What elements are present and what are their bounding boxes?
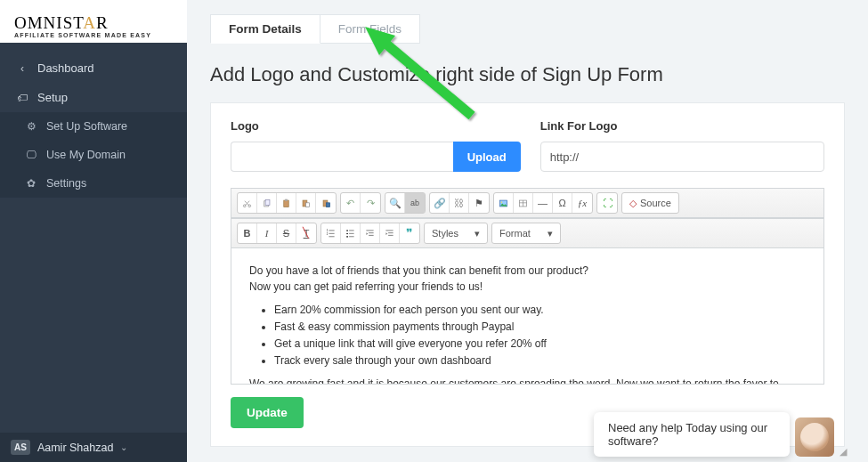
sidebar-item-label: Setup bbox=[37, 91, 68, 104]
svg-point-20 bbox=[346, 236, 348, 238]
paste-word-icon[interactable] bbox=[316, 193, 336, 213]
user-menu[interactable]: AS Aamir Shahzad ⌄ bbox=[0, 433, 187, 462]
svg-rect-21 bbox=[349, 230, 354, 231]
logo-link-input[interactable] bbox=[540, 142, 824, 172]
svg-rect-26 bbox=[369, 234, 374, 235]
cut-icon[interactable] bbox=[238, 193, 257, 213]
editor-line: Do you have a lot of friends that you th… bbox=[249, 263, 806, 279]
sidebar-item-label: Use My Domain bbox=[46, 149, 126, 161]
chat-widget[interactable]: Need any help Today using our software? … bbox=[594, 412, 850, 457]
editor-body[interactable]: Do you have a lot of friends that you th… bbox=[231, 248, 823, 384]
form-card: Logo Upload Link For Logo ↶↷ 🔍ab 🔗⛓⚑ —Ωƒ… bbox=[210, 102, 845, 447]
ol-icon[interactable]: 12 bbox=[321, 223, 341, 243]
svg-rect-24 bbox=[366, 230, 373, 231]
table-icon[interactable] bbox=[514, 193, 533, 213]
sidebar-item-setup-software[interactable]: ⚙ Set Up Software bbox=[0, 112, 187, 141]
editor-line: Now you can get paid referring your frie… bbox=[249, 279, 806, 295]
app-logo: OMNISTAR AFFILIATE SOFTWARE MADE EASY bbox=[0, 0, 187, 43]
sidebar-nav: ‹ Dashboard 🏷 Setup ⚙ Set Up Software 🖵 … bbox=[0, 43, 187, 433]
tabs: Form Details Form Fields bbox=[210, 14, 845, 44]
svg-rect-29 bbox=[388, 234, 393, 235]
main: Form Details Form Fields Add Logo and Cu… bbox=[187, 0, 868, 462]
anchor-icon[interactable]: ⚑ bbox=[469, 193, 489, 213]
svg-rect-25 bbox=[369, 232, 374, 233]
chat-avatar[interactable] bbox=[795, 417, 834, 457]
blockquote-icon[interactable]: ❞ bbox=[400, 223, 419, 243]
svg-rect-16 bbox=[329, 232, 334, 233]
link-label: Link For Logo bbox=[540, 119, 824, 133]
svg-rect-28 bbox=[388, 232, 393, 233]
editor-bullet: Track every sale through your own dashbo… bbox=[274, 353, 806, 369]
format-dropdown[interactable]: Format▾ bbox=[492, 223, 560, 243]
link-icon[interactable]: 🔗 bbox=[430, 193, 450, 213]
sidebar-item-dashboard[interactable]: ‹ Dashboard bbox=[0, 53, 187, 83]
sidebar-item-label: Settings bbox=[46, 177, 86, 190]
rich-text-editor: ↶↷ 🔍ab 🔗⛓⚑ —Ωƒx ⛶ ◇Source BIST╲ 12❞ Styl… bbox=[231, 188, 824, 385]
bold-icon[interactable]: B bbox=[238, 223, 257, 243]
sidebar-item-setup[interactable]: 🏷 Setup bbox=[0, 83, 187, 112]
gears-icon: ⚙ bbox=[25, 120, 37, 133]
paste-icon[interactable] bbox=[277, 193, 296, 213]
svg-rect-4 bbox=[284, 200, 289, 207]
find-icon[interactable]: 🔍 bbox=[385, 193, 405, 213]
unlink-icon[interactable]: ⛓ bbox=[450, 193, 469, 213]
source-button[interactable]: ◇Source bbox=[622, 193, 678, 213]
svg-text:2: 2 bbox=[327, 231, 329, 235]
special-char-icon[interactable]: Ω bbox=[553, 193, 572, 213]
strike-icon[interactable]: S bbox=[277, 223, 296, 243]
svg-rect-17 bbox=[329, 236, 334, 237]
logo-text-b: R bbox=[96, 13, 109, 32]
editor-toolbar-row-1: ↶↷ 🔍ab 🔗⛓⚑ —Ωƒx ⛶ ◇Source bbox=[231, 189, 823, 218]
svg-rect-22 bbox=[349, 232, 354, 233]
hr-icon[interactable]: — bbox=[533, 193, 553, 213]
ul-icon[interactable] bbox=[341, 223, 361, 243]
undo-icon[interactable]: ↶ bbox=[341, 193, 361, 213]
sidebar-item-label: Set Up Software bbox=[46, 120, 127, 133]
editor-line: We are growing fast and it is because ou… bbox=[249, 376, 806, 384]
monitor-icon: 🖵 bbox=[25, 149, 37, 161]
logo-text-a: OMNIST bbox=[14, 13, 83, 32]
outdent-icon[interactable] bbox=[361, 223, 380, 243]
page-title: Add Logo and Customize right side of Sig… bbox=[210, 63, 845, 86]
italic-icon[interactable]: I bbox=[257, 223, 277, 243]
gauge-icon: 🏷 bbox=[16, 92, 28, 104]
chat-expand-icon[interactable]: ◢ bbox=[840, 446, 850, 457]
chevron-left-icon: ‹ bbox=[16, 62, 28, 75]
user-initials-badge: AS bbox=[11, 440, 30, 455]
svg-point-18 bbox=[346, 230, 348, 231]
indent-icon[interactable] bbox=[380, 223, 400, 243]
editor-bullet: Fast & easy commission payments through … bbox=[274, 319, 806, 335]
svg-text:1: 1 bbox=[327, 229, 329, 232]
svg-rect-9 bbox=[326, 202, 329, 207]
paste-text-icon[interactable] bbox=[296, 193, 316, 213]
svg-rect-27 bbox=[385, 230, 393, 231]
logo-subtitle: AFFILIATE SOFTWARE MADE EASY bbox=[14, 32, 173, 38]
fx-icon[interactable]: ƒx bbox=[572, 193, 592, 213]
upload-button[interactable]: Upload bbox=[453, 142, 521, 172]
sidebar-item-settings[interactable]: ✿ Settings bbox=[0, 169, 187, 198]
editor-bullet: Earn 20% commission for each person you … bbox=[274, 302, 806, 318]
chat-message[interactable]: Need any help Today using our software? bbox=[594, 412, 790, 457]
copy-icon[interactable] bbox=[257, 193, 277, 213]
sidebar-item-label: Dashboard bbox=[37, 61, 94, 75]
styles-dropdown[interactable]: Styles▾ bbox=[425, 223, 487, 243]
image-icon[interactable] bbox=[494, 193, 514, 213]
svg-point-11 bbox=[501, 201, 502, 202]
logo-file-input[interactable] bbox=[231, 142, 453, 172]
maximize-icon[interactable]: ⛶ bbox=[597, 193, 617, 213]
tab-form-fields[interactable]: Form Fields bbox=[320, 14, 420, 44]
svg-rect-7 bbox=[306, 202, 310, 207]
sidebar-item-use-domain[interactable]: 🖵 Use My Domain bbox=[0, 141, 187, 169]
svg-rect-15 bbox=[329, 230, 334, 231]
logo-star: A bbox=[83, 13, 96, 32]
tab-form-details[interactable]: Form Details bbox=[210, 14, 320, 44]
chevron-down-icon: ⌄ bbox=[120, 442, 127, 452]
replace-icon[interactable]: ab bbox=[405, 193, 425, 213]
update-button[interactable]: Update bbox=[231, 397, 304, 428]
svg-rect-5 bbox=[285, 199, 288, 200]
remove-format-icon[interactable]: T╲ bbox=[296, 223, 316, 243]
user-name: Aamir Shahzad bbox=[37, 442, 113, 454]
gear-icon: ✿ bbox=[25, 177, 37, 190]
redo-icon[interactable]: ↷ bbox=[361, 193, 380, 213]
editor-toolbar-row-2: BIST╲ 12❞ Styles▾ Format▾ bbox=[231, 218, 823, 248]
